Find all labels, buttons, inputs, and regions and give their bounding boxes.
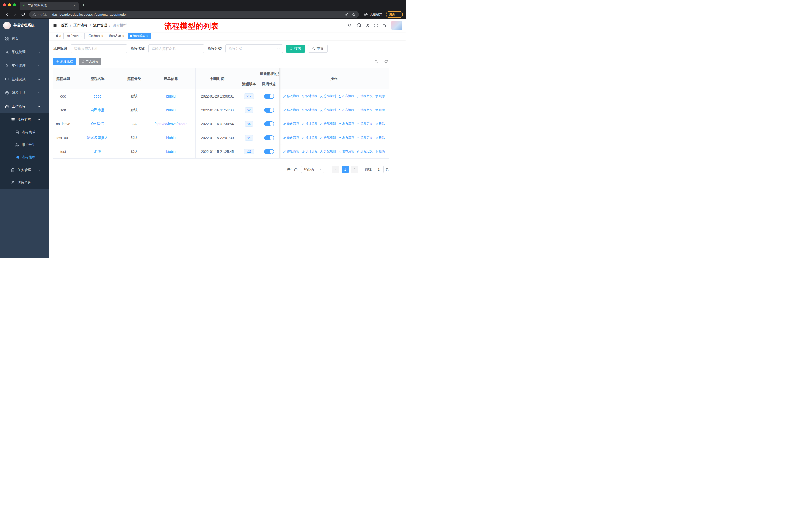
import-process-button[interactable]: 导入流程	[79, 58, 102, 65]
goto-page-input[interactable]	[374, 166, 384, 173]
process-id-input[interactable]	[71, 44, 127, 53]
sidebar-item-process-manage[interactable]: 流程管理	[0, 113, 49, 126]
page-1-button[interactable]: 1	[342, 166, 349, 173]
tag-process-form[interactable]: 流程表单×	[107, 33, 126, 39]
action-edit[interactable]: 修改流程	[283, 136, 299, 140]
browser-menu-icon[interactable]	[397, 12, 401, 17]
form-info-link[interactable]: biubiu	[166, 150, 175, 154]
form-info-link[interactable]: biubiu	[166, 136, 175, 140]
fontsize-icon[interactable]	[380, 23, 389, 27]
sidebar-item-devtools[interactable]: 研发工具	[0, 86, 49, 100]
form-info-link[interactable]: biubiu	[166, 94, 175, 98]
sidebar-item-process-model[interactable]: 流程模型	[0, 151, 49, 164]
sidebar-item-leave-query[interactable]: 请假查询	[0, 176, 49, 189]
action-delete[interactable]: 删除	[375, 108, 385, 112]
window-minimize-button[interactable]	[8, 3, 11, 6]
action-design[interactable]: 设计流程	[301, 136, 317, 140]
active-toggle[interactable]	[264, 135, 274, 140]
sidebar-item-task-manage[interactable]: 任务管理	[0, 164, 49, 176]
fullscreen-icon[interactable]	[372, 23, 380, 27]
process-name-input[interactable]	[148, 44, 204, 53]
action-design[interactable]: 设计流程	[301, 150, 317, 154]
action-assign-rule[interactable]: 分配规则	[320, 122, 336, 126]
action-edit[interactable]: 修改流程	[283, 122, 299, 126]
browser-back-button[interactable]	[3, 12, 11, 17]
action-edit[interactable]: 修改流程	[283, 108, 299, 112]
search-button[interactable]: 搜索	[286, 45, 305, 53]
category-select[interactable]: 流程分类	[225, 44, 283, 53]
tag-process-model[interactable]: 流程模型×	[127, 33, 150, 39]
create-process-button[interactable]: 新建流程	[53, 58, 76, 65]
question-icon[interactable]	[363, 23, 372, 27]
tag-close-icon[interactable]: ×	[81, 34, 82, 37]
process-name-link[interactable]: 自己审批	[91, 108, 105, 112]
sidebar-item-user-group[interactable]: 用户分组	[0, 139, 49, 151]
action-delete[interactable]: 删除	[375, 94, 385, 98]
tag-close-icon[interactable]: ×	[122, 34, 124, 37]
tag-tenant-manage[interactable]: 租户管理×	[65, 33, 85, 39]
action-assign-rule[interactable]: 分配规则	[320, 136, 336, 140]
sidebar-item-system[interactable]: 系统管理	[0, 45, 49, 59]
toggle-search-button[interactable]	[374, 60, 378, 63]
breadcrumb-item[interactable]: 首页	[61, 23, 68, 28]
security-status[interactable]: 不安全	[32, 12, 47, 17]
app-logo[interactable]: 芋道管理系统	[0, 19, 49, 32]
action-design[interactable]: 设计流程	[301, 108, 317, 112]
browser-reload-button[interactable]	[19, 12, 27, 17]
next-page-button[interactable]	[351, 166, 358, 173]
prev-page-button[interactable]	[332, 166, 339, 173]
process-name-link[interactable]: 测试多审批人	[87, 136, 108, 140]
action-definition[interactable]: 流程定义	[357, 108, 373, 112]
action-publish[interactable]: 发布流程	[338, 150, 354, 154]
action-assign-rule[interactable]: 分配规则	[320, 108, 336, 112]
browser-tab[interactable]: 芋道管理系统 ×	[20, 1, 79, 9]
action-design[interactable]: 设计流程	[301, 94, 317, 98]
action-edit[interactable]: 修改流程	[283, 150, 299, 154]
action-assign-rule[interactable]: 分配规则	[320, 94, 336, 98]
address-bar[interactable]: 不安全 dashboard.yudao.iocoder.cn/bpm/manag…	[29, 11, 359, 18]
browser-forward-button[interactable]	[11, 12, 19, 17]
action-delete[interactable]: 删除	[375, 150, 385, 154]
github-icon[interactable]	[354, 23, 363, 28]
sidebar-item-process-form[interactable]: 流程表单	[0, 126, 49, 139]
action-publish[interactable]: 发布流程	[338, 122, 354, 126]
action-definition[interactable]: 流程定义	[357, 122, 373, 126]
sidebar-collapse-icon[interactable]	[53, 23, 57, 28]
form-info-link[interactable]: /bpm/oa/leave/create	[154, 122, 187, 126]
action-publish[interactable]: 发布流程	[338, 94, 354, 98]
action-design[interactable]: 设计流程	[301, 122, 317, 126]
action-publish[interactable]: 发布流程	[338, 108, 354, 112]
refresh-table-button[interactable]	[384, 60, 388, 63]
tag-home[interactable]: 首页	[53, 33, 64, 39]
action-assign-rule[interactable]: 分配规则	[320, 150, 336, 154]
user-avatar[interactable]	[392, 21, 402, 30]
new-tab-button[interactable]: +	[82, 2, 85, 7]
browser-update-button[interactable]: 更新	[386, 11, 403, 18]
action-definition[interactable]: 流程定义	[357, 150, 373, 154]
search-icon[interactable]	[346, 23, 354, 27]
process-name-link[interactable]: 滔博	[94, 150, 101, 154]
tab-close-icon[interactable]: ×	[72, 3, 76, 7]
active-toggle[interactable]	[264, 108, 274, 113]
window-zoom-button[interactable]	[13, 3, 16, 6]
sidebar-item-payment[interactable]: 支付管理	[0, 59, 49, 73]
window-close-button[interactable]	[3, 3, 6, 6]
sidebar-item-workflow[interactable]: 工作流程	[0, 100, 49, 113]
breadcrumb-item[interactable]: 工作流程	[74, 23, 88, 28]
sidebar-item-home[interactable]: 首页	[0, 32, 49, 45]
action-edit[interactable]: 修改流程	[283, 94, 299, 98]
action-definition[interactable]: 流程定义	[357, 136, 373, 140]
process-name-link[interactable]: OA 请假	[91, 122, 104, 126]
breadcrumb-item[interactable]: 流程管理	[93, 23, 107, 28]
active-toggle[interactable]	[264, 94, 274, 99]
password-key-icon[interactable]	[345, 12, 348, 17]
process-name-link[interactable]: eeee	[94, 94, 102, 98]
page-size-select[interactable]: 10条/页	[301, 166, 324, 173]
active-toggle[interactable]	[264, 149, 274, 154]
action-definition[interactable]: 流程定义	[357, 94, 373, 98]
action-publish[interactable]: 发布流程	[338, 136, 354, 140]
action-delete[interactable]: 删除	[375, 122, 385, 126]
tag-close-icon[interactable]: ×	[102, 34, 103, 37]
tag-my-process[interactable]: 我的流程×	[86, 33, 106, 39]
active-toggle[interactable]	[264, 121, 274, 127]
